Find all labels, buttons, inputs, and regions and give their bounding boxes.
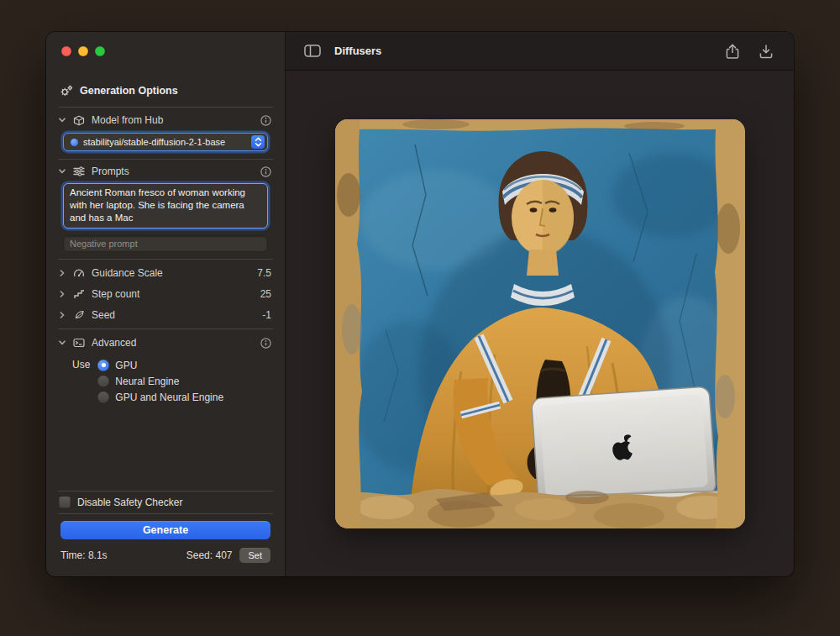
seed-label: Seed [92, 309, 115, 321]
generated-image[interactable] [335, 119, 745, 528]
model-dot-icon [71, 139, 78, 146]
info-icon[interactable] [260, 115, 271, 126]
window-title: Diffusers [334, 45, 381, 57]
model-select-value: stabilityai/stable-diffusion-2-1-base [83, 137, 246, 147]
time-status: Time: 8.1s [60, 549, 108, 561]
divider [58, 329, 273, 329]
divider [58, 513, 273, 514]
image-canvas [286, 71, 794, 576]
radio-button[interactable] [97, 392, 109, 403]
chevron-right-icon[interactable] [57, 269, 66, 277]
guidance-scale-row[interactable]: Guidance Scale 7.5 [46, 262, 285, 283]
advanced-section-label: Advanced [92, 337, 136, 349]
radio-neural-engine-label: Neural Engine [115, 376, 179, 387]
chevron-right-icon[interactable] [57, 290, 66, 298]
model-select[interactable]: stabilityai/stable-diffusion-2-1-base [63, 133, 268, 151]
step-count-label: Step count [92, 288, 139, 300]
generate-button[interactable]: Generate [60, 521, 270, 539]
gears-icon [60, 85, 73, 97]
toolbar: Diffusers [286, 32, 794, 71]
sidebar-footer: Disable Safety Checker Generate Time: 8.… [46, 491, 285, 576]
chevron-down-icon[interactable] [57, 116, 66, 124]
fresco-art [335, 119, 745, 528]
seed-row[interactable]: Seed -1 [46, 304, 285, 325]
sliders-icon [72, 166, 86, 176]
safety-checker-row[interactable]: Disable Safety Checker [46, 491, 285, 513]
model-section-header[interactable]: Model from Hub [46, 109, 285, 131]
share-icon[interactable] [725, 43, 740, 60]
step-count-row[interactable]: Step count 25 [46, 283, 285, 304]
set-seed-button[interactable]: Set [239, 548, 270, 563]
prompts-section-header[interactable]: Prompts [46, 160, 285, 182]
step-count-value: 25 [260, 288, 271, 300]
safety-label: Disable Safety Checker [77, 497, 182, 508]
steps-icon [72, 289, 86, 299]
guidance-scale-label: Guidance Scale [92, 267, 163, 279]
radio-button-selected[interactable] [97, 360, 109, 371]
divider [58, 159, 273, 160]
radio-gpu-and-neural-engine[interactable]: GPU and Neural Engine [97, 389, 223, 405]
prompt-input[interactable]: Ancient Roman fresco of woman working wi… [63, 183, 268, 229]
minimize-button[interactable] [78, 46, 88, 56]
sidebar-toggle-icon[interactable] [304, 45, 321, 57]
radio-gpu[interactable]: GPU [97, 357, 223, 373]
seed-value: -1 [262, 309, 271, 321]
box-icon [72, 115, 86, 126]
negative-prompt-input[interactable] [63, 235, 268, 252]
chevron-down-icon[interactable] [57, 339, 66, 347]
use-label: Use [72, 357, 90, 405]
status-bar: Time: 8.1s Seed: 407 Set [46, 546, 285, 565]
chevron-down-icon[interactable] [57, 167, 66, 176]
seed-icon [72, 309, 86, 320]
advanced-icon [72, 338, 86, 348]
radio-button[interactable] [97, 376, 109, 387]
radio-gpu-label: GPU [115, 360, 137, 371]
model-section-label: Model from Hub [92, 114, 163, 126]
radio-gpu-and-neural-engine-label: GPU and Neural Engine [115, 392, 223, 403]
divider [58, 259, 273, 260]
popup-chevrons-icon [251, 135, 265, 149]
info-icon[interactable] [260, 166, 271, 177]
zoom-button[interactable] [95, 46, 105, 56]
divider [58, 107, 273, 108]
advanced-section-header[interactable]: Advanced [46, 332, 285, 354]
sidebar-title: Generation Options [80, 85, 178, 97]
prompts-section-label: Prompts [92, 166, 129, 177]
safety-checkbox[interactable] [59, 497, 71, 508]
traffic-lights [46, 32, 285, 56]
diffusers-window: Generation Options Model from Hub stabil… [46, 32, 794, 576]
close-button[interactable] [61, 46, 71, 56]
guidance-scale-value: 7.5 [257, 267, 271, 279]
sidebar: Generation Options Model from Hub stabil… [46, 32, 286, 576]
gauge-icon [72, 268, 86, 278]
download-icon[interactable] [759, 43, 774, 60]
seed-status: Seed: 407 [186, 549, 233, 561]
info-icon[interactable] [260, 338, 271, 349]
compute-unit-group: Use GPU Neural Engine GPU and Neural Eng… [46, 355, 285, 405]
sidebar-header: Generation Options [46, 83, 285, 98]
main-area: Diffusers [286, 32, 794, 576]
radio-neural-engine[interactable]: Neural Engine [97, 373, 223, 389]
chevron-right-icon[interactable] [57, 311, 66, 319]
